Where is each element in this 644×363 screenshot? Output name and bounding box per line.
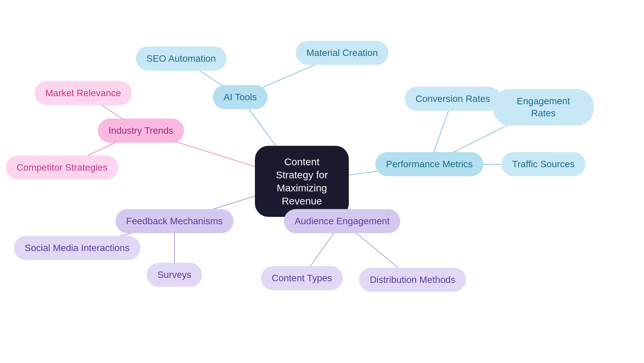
material-creation-label: Material Creation xyxy=(306,47,378,59)
performance-metrics-node[interactable]: Performance Metrics xyxy=(375,152,483,176)
feedback-mechanisms-label: Feedback Mechanisms xyxy=(126,215,223,227)
traffic-sources-label: Traffic Sources xyxy=(512,158,575,170)
market-relevance-node[interactable]: Market Relevance xyxy=(35,81,132,105)
material-creation-node[interactable]: Material Creation xyxy=(296,41,388,65)
market-relevance-label: Market Relevance xyxy=(45,87,121,99)
performance-metrics-label: Performance Metrics xyxy=(386,158,473,170)
competitor-strategies-node[interactable]: Competitor Strategies xyxy=(6,156,118,180)
conversion-rates-label: Conversion Rates xyxy=(416,93,490,105)
engagement-rates-label: Engagement Rates xyxy=(504,95,583,120)
content-types-node[interactable]: Content Types xyxy=(261,266,343,290)
conversion-rates-node[interactable]: Conversion Rates xyxy=(405,87,501,111)
industry-trends-label: Industry Trends xyxy=(109,125,173,137)
center-node[interactable]: Content Strategy for Maximizing Revenue xyxy=(255,146,349,217)
traffic-sources-node[interactable]: Traffic Sources xyxy=(501,152,586,176)
feedback-mechanisms-node[interactable]: Feedback Mechanisms xyxy=(115,209,233,233)
center-node-label: Content Strategy for Maximizing Revenue xyxy=(271,155,333,207)
audience-engagement-node[interactable]: Audience Engagement xyxy=(284,209,400,233)
distribution-methods-node[interactable]: Distribution Methods xyxy=(359,268,466,292)
distribution-methods-label: Distribution Methods xyxy=(370,274,455,286)
seo-automation-label: SEO Automation xyxy=(146,53,216,65)
ai-tools-node[interactable]: AI Tools xyxy=(213,85,267,109)
ai-tools-label: AI Tools xyxy=(223,91,257,103)
content-types-label: Content Types xyxy=(272,272,332,284)
surveys-node[interactable]: Surveys xyxy=(147,263,202,287)
competitor-strategies-label: Competitor Strategies xyxy=(17,162,108,174)
engagement-rates-node[interactable]: Engagement Rates xyxy=(493,89,594,126)
industry-trends-node[interactable]: Industry Trends xyxy=(98,119,184,143)
audience-engagement-label: Audience Engagement xyxy=(294,215,389,227)
social-media-node[interactable]: Social Media Interactions xyxy=(14,236,141,260)
surveys-label: Surveys xyxy=(157,269,191,281)
social-media-label: Social Media Interactions xyxy=(25,242,130,254)
seo-automation-node[interactable]: SEO Automation xyxy=(136,47,226,71)
